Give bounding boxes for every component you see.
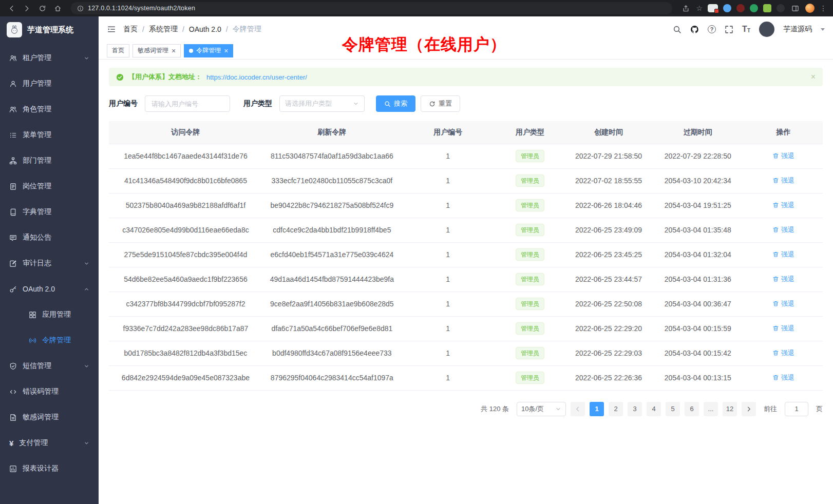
tag-item[interactable]: 敏感词管理×: [132, 44, 181, 57]
fullscreen-icon[interactable]: [725, 25, 733, 34]
share-icon[interactable]: [680, 3, 691, 13]
reload-icon[interactable]: [37, 3, 47, 13]
sidebar-item-sensitive-word[interactable]: 敏感词管理: [0, 404, 99, 430]
extension-icon[interactable]: [763, 4, 771, 12]
expire-time-cell: 2054-03-04 01:31:36: [651, 267, 744, 292]
force-logout-button[interactable]: 强退: [772, 250, 794, 259]
list-icon: [9, 131, 17, 139]
sidebar-item-notice[interactable]: 通知公告: [0, 225, 99, 250]
user-type-badge: 管理员: [516, 248, 544, 261]
user-avatar[interactable]: [759, 22, 774, 37]
force-logout-button[interactable]: 强退: [772, 324, 794, 333]
search-icon[interactable]: [673, 25, 681, 34]
tag-item[interactable]: 令牌管理×: [184, 44, 233, 57]
sidebar-item-audit-log[interactable]: 审计日志: [0, 250, 99, 276]
tag-item[interactable]: 首页: [107, 44, 129, 57]
page-button[interactable]: 4: [647, 402, 661, 416]
user-type-badge: 管理员: [516, 199, 544, 211]
sidebar-item-sms[interactable]: 短信管理: [0, 353, 99, 379]
sidebar-item-role[interactable]: 角色管理: [0, 96, 99, 122]
page-button[interactable]: 1: [590, 402, 604, 416]
refresh-icon: [429, 101, 436, 107]
back-icon[interactable]: [6, 3, 16, 13]
app-logo[interactable]: 芋道管理系统: [0, 16, 99, 43]
prev-page-button[interactable]: [571, 402, 585, 416]
user-id-cell: 1: [402, 267, 495, 292]
forward-icon[interactable]: [22, 3, 32, 13]
doc-link[interactable]: https://doc.iocoder.cn/user-center/: [206, 73, 307, 81]
column-header: 操作: [744, 121, 823, 144]
create-time-cell: 2022-06-25 23:45:25: [566, 242, 652, 267]
page-button[interactable]: 2: [609, 402, 623, 416]
page-size-select[interactable]: 10条/页: [517, 402, 566, 416]
table-header-row: 访问令牌刷新令牌用户编号用户类型创建时间过期时间操作: [109, 121, 823, 144]
site-info-icon[interactable]: [77, 5, 84, 12]
user-type-placeholder: 请选择用户类型: [285, 99, 332, 108]
force-logout-button[interactable]: 强退: [772, 373, 794, 382]
bookmark-star-icon[interactable]: ☆: [696, 5, 703, 12]
force-logout-button[interactable]: 强退: [772, 275, 794, 284]
sidebar-item-menu[interactable]: 菜单管理: [0, 122, 99, 148]
page-button[interactable]: 5: [666, 402, 680, 416]
page-button[interactable]: 6: [685, 402, 699, 416]
sidebar-item-tenant[interactable]: 租户管理: [0, 45, 99, 71]
sidebar-item-user[interactable]: 用户管理: [0, 71, 99, 96]
browser-profile-avatar[interactable]: [805, 4, 815, 13]
goto-page-input[interactable]: [785, 402, 808, 416]
extension-icon[interactable]: [777, 4, 785, 12]
extension-icon[interactable]: [708, 4, 718, 12]
page-button[interactable]: 12: [723, 402, 737, 416]
force-logout-button[interactable]: 强退: [772, 299, 794, 308]
page-ellipsis[interactable]: ...: [704, 402, 718, 416]
extension-icon[interactable]: [723, 4, 731, 12]
sidebar-item-dept[interactable]: 部门管理: [0, 148, 99, 173]
force-logout-button[interactable]: 强退: [772, 151, 794, 161]
breadcrumb-item[interactable]: OAuth 2.0: [189, 25, 221, 33]
main-area: 首页/系统管理/OAuth 2.0/令牌管理 ? TT 芋道源码 首页敏感词管理…: [99, 16, 833, 504]
breadcrumb: 首页/系统管理/OAuth 2.0/令牌管理: [123, 25, 261, 34]
close-icon[interactable]: ×: [811, 73, 816, 81]
address-bar[interactable]: 127.0.0.1:1024/system/oauth2/token: [71, 2, 672, 14]
side-panel-icon[interactable]: [790, 3, 800, 13]
table-row: 6d842e2924594de9a09e45e087323abe8796295f…: [109, 365, 823, 390]
sidebar-item-pay[interactable]: ¥支付管理: [0, 430, 99, 456]
sidebar-toggle-icon[interactable]: [107, 25, 116, 34]
force-logout-button[interactable]: 强退: [772, 225, 794, 235]
help-icon[interactable]: ?: [708, 25, 716, 33]
chevron-down-icon: [84, 55, 89, 61]
sidebar-item-dict[interactable]: 字典管理: [0, 199, 99, 225]
chevron-down-icon[interactable]: [821, 28, 825, 31]
sidebar-item-report-designer[interactable]: 报表设计器: [0, 456, 99, 481]
sidebar-item-error-code[interactable]: 错误码管理: [0, 379, 99, 404]
close-icon[interactable]: ×: [224, 47, 228, 54]
breadcrumb-item[interactable]: 系统管理: [149, 25, 178, 34]
goto-suffix: 页: [816, 404, 823, 414]
extension-icon[interactable]: [736, 4, 745, 12]
user-id-cell: 1: [402, 168, 495, 193]
browser-menu-icon[interactable]: ⋮: [820, 5, 827, 12]
font-size-icon[interactable]: TT: [742, 25, 750, 33]
user-type-select[interactable]: 请选择用户类型: [279, 95, 365, 112]
sidebar-item-oauth2[interactable]: OAuth 2.0: [0, 276, 99, 302]
reset-button[interactable]: 重置: [421, 95, 460, 112]
sidebar-item-oauth2-app[interactable]: 应用管理: [0, 302, 99, 327]
next-page-button[interactable]: [742, 402, 756, 416]
navbar: 首页/系统管理/OAuth 2.0/令牌管理 ? TT 芋道源码: [99, 16, 833, 42]
search-button[interactable]: 搜索: [376, 95, 415, 112]
extension-icon[interactable]: [750, 4, 758, 12]
force-logout-button[interactable]: 强退: [772, 201, 794, 210]
user-id-input[interactable]: [145, 95, 230, 112]
tag-label: 令牌管理: [196, 46, 221, 55]
user-name[interactable]: 芋道源码: [783, 25, 812, 34]
sidebar-item-post[interactable]: 岗位管理: [0, 173, 99, 199]
breadcrumb-item[interactable]: 首页: [123, 25, 138, 34]
github-icon[interactable]: [690, 25, 699, 34]
sidebar-item-oauth2-token[interactable]: 令牌管理: [0, 327, 99, 353]
home-icon[interactable]: [52, 3, 63, 13]
force-logout-button[interactable]: 强退: [772, 348, 794, 358]
force-logout-button[interactable]: 强退: [772, 176, 794, 185]
refresh-token-cell: b0df4980ffd34c67a08f9156e4eee733: [262, 341, 402, 365]
tag-label: 首页: [112, 46, 124, 55]
page-button[interactable]: 3: [628, 402, 642, 416]
close-icon[interactable]: ×: [172, 47, 176, 54]
